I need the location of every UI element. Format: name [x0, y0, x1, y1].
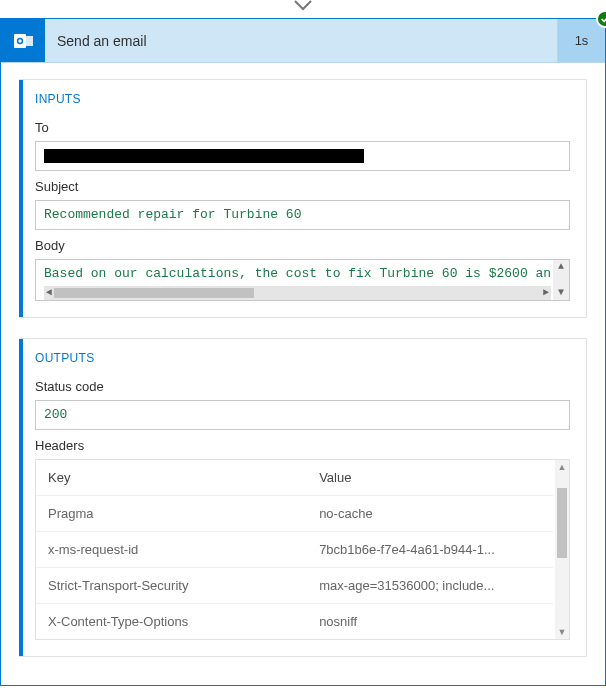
status-code-label: Status code — [35, 379, 570, 394]
headers-key-col: Key — [48, 470, 319, 485]
headers-row: X-Content-Type-Optionsnosniff — [36, 604, 553, 639]
body-value-box: Based on our calculations, the cost to f… — [35, 259, 570, 300]
headers-row: Strict-Transport-Securitymax-age=3153600… — [36, 568, 553, 604]
card-title: Send an email — [45, 19, 557, 62]
headers-row-value: 7bcb1b6e-f7e4-4a61-b944-1... — [319, 542, 541, 557]
action-card: Send an email 1s INPUTS To Subject Recom… — [0, 18, 606, 686]
headers-table: Key Value Pragmano-cachex-ms-request-id7… — [35, 459, 570, 640]
headers-row-value: nosniff — [319, 614, 541, 629]
svg-point-3 — [18, 39, 21, 42]
outputs-section-title: OUTPUTS — [35, 351, 570, 365]
body-vertical-scrollbar[interactable]: ▲ ▼ — [553, 260, 569, 299]
headers-row-value: no-cache — [319, 506, 541, 521]
headers-row-key: X-Content-Type-Options — [48, 614, 319, 629]
scroll-thumb[interactable] — [54, 288, 254, 298]
scroll-up-icon[interactable]: ▲ — [553, 260, 569, 274]
headers-row-key: Strict-Transport-Security — [48, 578, 319, 593]
body-label: Body — [35, 238, 570, 253]
headers-row-key: Pragma — [48, 506, 319, 521]
body-value: Based on our calculations, the cost to f… — [44, 265, 551, 283]
card-header[interactable]: Send an email 1s — [1, 19, 605, 63]
headers-label: Headers — [35, 438, 570, 453]
inputs-section: INPUTS To Subject Recommended repair for… — [19, 79, 587, 318]
subject-label: Subject — [35, 179, 570, 194]
status-code-value: 200 — [35, 400, 570, 430]
scroll-up-icon[interactable]: ▲ — [555, 460, 569, 474]
scroll-down-icon[interactable]: ▼ — [555, 625, 569, 639]
headers-row: x-ms-request-id7bcb1b6e-f7e4-4a61-b944-1… — [36, 532, 553, 568]
headers-table-head: Key Value — [36, 460, 553, 496]
headers-value-col: Value — [319, 470, 541, 485]
body-horizontal-scrollbar[interactable]: ◄ ► — [44, 286, 551, 300]
to-label: To — [35, 120, 570, 135]
scroll-down-icon[interactable]: ▼ — [553, 286, 569, 300]
redacted-email — [44, 149, 364, 163]
to-value — [35, 141, 570, 171]
outputs-section: OUTPUTS Status code 200 Headers Key Valu… — [19, 338, 587, 657]
svg-rect-1 — [26, 36, 33, 46]
headers-row-value: max-age=31536000; include... — [319, 578, 541, 593]
scroll-right-icon[interactable]: ► — [539, 286, 553, 300]
subject-value: Recommended repair for Turbine 60 — [35, 200, 570, 230]
flow-arrow-down-icon — [0, 0, 606, 18]
inputs-section-title: INPUTS — [35, 92, 570, 106]
headers-vertical-scrollbar[interactable]: ▲ ▼ — [555, 460, 569, 639]
headers-row: Pragmano-cache — [36, 496, 553, 532]
headers-row-key: x-ms-request-id — [48, 542, 319, 557]
scroll-thumb[interactable] — [557, 488, 567, 558]
outlook-icon — [1, 19, 45, 62]
